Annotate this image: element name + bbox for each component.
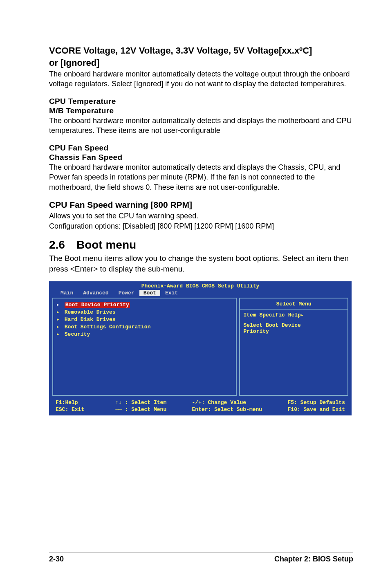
section-cpufan-line2: Chassis Fan Speed (49, 153, 353, 162)
bios-title: Phoenix-Award BIOS CMOS Setup Utility (49, 281, 352, 290)
footer-select-submenu: Enter: Select Sub-menu (192, 406, 262, 413)
bios-screenshot: Phoenix-Award BIOS CMOS Setup Utility Ma… (49, 281, 352, 415)
footer-setup-defaults: F5: Setup Defaults (288, 399, 345, 406)
page-footer: 2-30 Chapter 2: BIOS Setup (49, 552, 353, 563)
bios-tab-power[interactable]: Power (114, 290, 139, 296)
submenu-arrow-icon: ▸ (56, 331, 61, 337)
footer-save-exit: F10: Save and Exit (288, 406, 345, 413)
bios-left-panel: ▸ Boot Device Priority ▸ Removable Drive… (52, 298, 237, 396)
section-cpufan-body: The onboard hardware monitor automatical… (49, 162, 353, 192)
right-panel-title: Select Menu (243, 301, 344, 308)
section-fanwarn-body1: Allows you to set the CPU fan warning sp… (49, 211, 353, 221)
bios-footer: F1:Help ESC: Exit ↑↓ : Select Item →← : … (49, 399, 352, 415)
bios-tab-advanced[interactable]: Advanced (78, 290, 113, 296)
footer-change-value: -/+: Change Value (192, 399, 262, 406)
help-label: Item Specific Help (243, 312, 300, 318)
heading-title: Boot menu (76, 238, 136, 251)
section-cputemp-body: The onboard hardware monitor automatical… (49, 116, 353, 136)
help-text-line2: Priority (243, 328, 344, 334)
section-vcore-title-1: VCORE Voltage, 12V Voltage, 3.3V Voltage… (49, 45, 353, 56)
section-vcore-body: The onboard hardware monitor automatical… (49, 69, 353, 89)
menu-item-hard-disk-drives[interactable]: ▸ Hard Disk Drives (56, 316, 233, 323)
footer-select-menu: →← : Select Menu (115, 406, 166, 413)
menu-label: Boot Settings Configuration (65, 324, 151, 330)
footer-select-item: ↑↓ : Select Item (115, 399, 166, 406)
heading-body: The Boot menu items allow you to change … (49, 253, 353, 274)
menu-label: Security (65, 331, 90, 337)
footer-key-esc: ESC: Exit (56, 406, 90, 413)
menu-item-boot-settings-config[interactable]: ▸ Boot Settings Configuration (56, 323, 233, 330)
bios-tab-boot[interactable]: Boot (139, 290, 160, 296)
submenu-arrow-icon: ▸ (56, 301, 61, 308)
submenu-arrow-icon: ▸ (56, 309, 61, 315)
menu-label: Removable Drives (65, 309, 116, 315)
submenu-arrow-icon: ▸ (56, 316, 61, 323)
bios-tab-exit[interactable]: Exit (160, 290, 183, 296)
menu-label: Hard Disk Drives (65, 316, 116, 323)
page-number: 2-30 (49, 555, 64, 563)
menu-label: Boot Device Priority (65, 302, 130, 308)
heading-number: 2.6 (49, 238, 65, 251)
heading-boot-menu: 2.6 Boot menu (49, 238, 353, 251)
section-cputemp-line2: M/B Temperature (49, 106, 353, 116)
menu-item-security[interactable]: ▸ Security (56, 330, 233, 338)
chapter-title: Chapter 2: BIOS Setup (274, 555, 353, 563)
bios-tab-main[interactable]: Main (56, 290, 78, 296)
section-fanwarn-title: CPU Fan Speed warning [800 RPM] (49, 200, 353, 210)
section-vcore-title-2: or [Ignored] (49, 57, 353, 69)
chevron-right-icon: ▸ (301, 313, 304, 318)
footer-key-f1: F1:Help (56, 399, 90, 406)
divider (240, 309, 347, 310)
section-cpufan-line1: CPU Fan Speed (49, 143, 353, 153)
submenu-arrow-icon: ▸ (56, 323, 61, 330)
section-cputemp-line1: CPU Temperature (49, 97, 353, 106)
section-fanwarn-body2: Configuration options: [Disabled] [800 R… (49, 221, 353, 231)
bios-tabs: Main Advanced Power Boot Exit (49, 290, 352, 298)
menu-item-removable-drives[interactable]: ▸ Removable Drives (56, 308, 233, 316)
help-text-line1: Select Boot Device (243, 322, 344, 328)
bios-right-panel: Select Menu Item Specific Help▸ Select B… (239, 298, 348, 396)
menu-item-boot-device-priority[interactable]: ▸ Boot Device Priority (56, 301, 233, 308)
help-label-row: Item Specific Help▸ (243, 312, 344, 318)
